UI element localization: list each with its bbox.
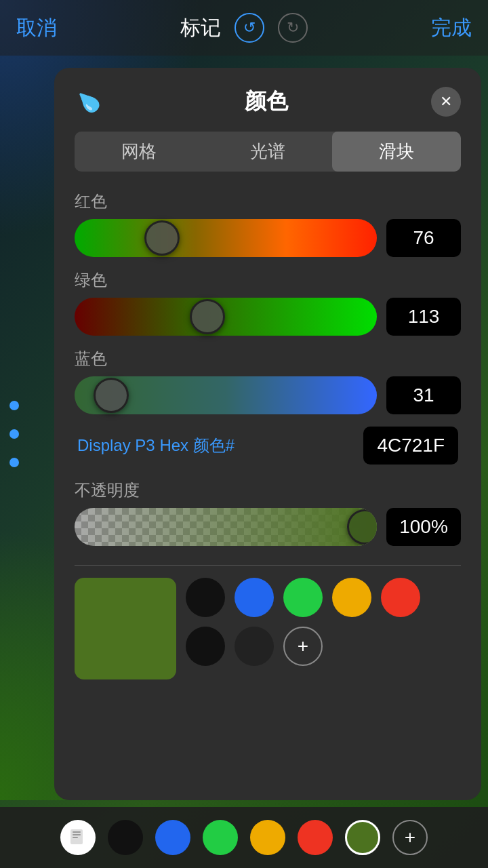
modal-title: 颜色	[102, 87, 431, 117]
swatch-yellow[interactable]	[332, 578, 371, 617]
swatches-grid: +	[186, 578, 461, 666]
swatch-black[interactable]	[186, 578, 225, 617]
bottom-blue-button[interactable]	[155, 820, 190, 855]
swatch-black2[interactable]	[186, 627, 225, 666]
blue-slider-thumb[interactable]	[94, 378, 129, 413]
undo-button[interactable]: ↺	[235, 13, 264, 43]
blue-slider-section: 蓝色 31	[75, 348, 461, 414]
opacity-track[interactable]	[75, 508, 377, 546]
close-button[interactable]: ✕	[431, 87, 461, 117]
red-slider-track-container[interactable]	[75, 219, 377, 257]
divider	[75, 565, 461, 566]
opacity-section: 不透明度 100%	[75, 479, 461, 546]
side-dots	[9, 401, 19, 467]
bottom-page-button[interactable]	[60, 820, 96, 855]
swatch-row-1	[186, 578, 461, 617]
swatch-green[interactable]	[283, 578, 323, 617]
top-bar: 取消 标记 ↺ ↻ 完成	[0, 0, 488, 56]
side-dot-1[interactable]	[9, 401, 19, 410]
red-slider-section: 红色 76	[75, 191, 461, 257]
bottom-add-button[interactable]: +	[392, 820, 428, 855]
green-slider-section: 绿色 113	[75, 269, 461, 336]
opacity-label: 不透明度	[75, 479, 461, 501]
side-dot-2[interactable]	[9, 429, 19, 439]
modal-header: 💧 颜色 ✕	[75, 87, 461, 117]
svg-rect-1	[73, 831, 81, 833]
hex-label[interactable]: Display P3 Hex 颜色#	[77, 435, 235, 456]
red-slider-row: 76	[75, 219, 461, 257]
opacity-overlay	[75, 508, 377, 546]
opacity-track-container[interactable]	[75, 508, 377, 546]
bottom-green-button[interactable]	[203, 820, 238, 855]
color-picker-modal: 💧 颜色 ✕ 网格 光谱 滑块 红色 76 绿色 113	[54, 68, 481, 800]
swatch-add-button[interactable]: +	[283, 627, 323, 666]
swatch-dark[interactable]	[235, 627, 274, 666]
blue-value-box[interactable]: 31	[386, 376, 461, 414]
green-value-box[interactable]: 113	[386, 298, 461, 336]
redo-button[interactable]: ↻	[278, 13, 308, 43]
green-slider-row: 113	[75, 298, 461, 336]
red-slider-thumb[interactable]	[144, 220, 180, 256]
done-button[interactable]: 完成	[431, 14, 472, 42]
green-label: 绿色	[75, 269, 461, 291]
swatch-row-2: +	[186, 627, 461, 666]
blue-slider-track[interactable]	[75, 376, 377, 414]
swatch-blue[interactable]	[235, 578, 274, 617]
current-color-preview	[75, 578, 176, 679]
opacity-slider-row: 100%	[75, 508, 461, 546]
tab-spectrum[interactable]: 光谱	[203, 132, 332, 172]
blue-slider-row: 31	[75, 376, 461, 414]
opacity-value-box[interactable]: 100%	[386, 508, 461, 546]
green-slider-track[interactable]	[75, 298, 377, 336]
blue-slider-track-container[interactable]	[75, 376, 377, 414]
swatches-area: +	[75, 578, 461, 679]
red-slider-track[interactable]	[75, 219, 377, 257]
bottom-black-button[interactable]	[108, 820, 143, 855]
tab-slider[interactable]: 滑块	[332, 132, 461, 172]
top-bar-title: 标记	[180, 14, 221, 42]
hex-value[interactable]: 4C721F	[363, 427, 458, 465]
bottom-red-button[interactable]	[298, 820, 333, 855]
swatch-red[interactable]	[381, 578, 420, 617]
tab-grid[interactable]: 网格	[75, 132, 203, 172]
blue-label: 蓝色	[75, 348, 461, 370]
bottom-bar: +	[0, 807, 488, 868]
hex-row: Display P3 Hex 颜色# 4C721F	[75, 427, 461, 465]
red-label: 红色	[75, 191, 461, 212]
tab-bar: 网格 光谱 滑块	[75, 132, 461, 172]
cancel-button[interactable]: 取消	[16, 14, 57, 42]
green-slider-thumb[interactable]	[190, 299, 225, 334]
bottom-current-button[interactable]	[345, 820, 380, 855]
top-bar-center: 标记 ↺ ↻	[180, 13, 308, 43]
side-dot-3[interactable]	[9, 458, 19, 467]
svg-rect-3	[73, 837, 78, 838]
green-slider-track-container[interactable]	[75, 298, 377, 336]
red-value-box[interactable]: 76	[386, 219, 461, 257]
svg-rect-2	[73, 834, 81, 835]
bottom-yellow-button[interactable]	[250, 820, 285, 855]
